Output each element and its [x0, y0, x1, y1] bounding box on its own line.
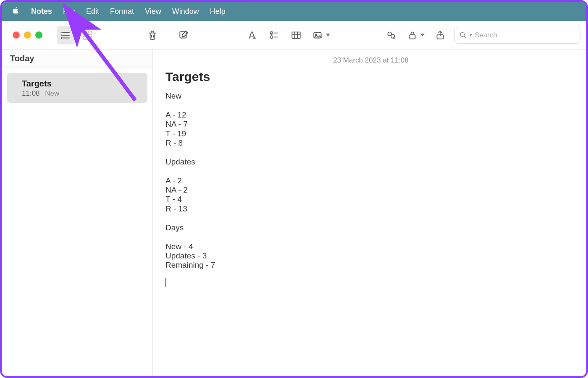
- svg-text:a: a: [253, 35, 256, 39]
- search-input[interactable]: [475, 31, 576, 39]
- lock-button[interactable]: [404, 26, 428, 44]
- new-note-button[interactable]: [174, 26, 193, 44]
- list-view-button[interactable]: [57, 26, 75, 44]
- gallery-view-button[interactable]: [79, 26, 97, 44]
- toolbar: a ▾: [2, 21, 586, 50]
- menu-edit[interactable]: Edit: [86, 7, 99, 16]
- link-button[interactable]: [382, 26, 401, 44]
- table-button[interactable]: [287, 26, 305, 44]
- media-button[interactable]: [309, 26, 334, 44]
- svg-point-5: [61, 37, 62, 38]
- toolbar-divider: [153, 21, 153, 49]
- search-icon: [459, 31, 467, 40]
- svg-rect-30: [410, 34, 415, 39]
- search-field[interactable]: ▾: [454, 27, 580, 44]
- svg-line-33: [464, 36, 466, 38]
- svg-point-32: [460, 32, 465, 36]
- svg-point-17: [270, 36, 273, 39]
- sidebar-section-heading: Today: [2, 50, 152, 68]
- chevron-down-icon: ▾: [470, 32, 472, 38]
- svg-rect-19: [292, 32, 300, 38]
- note-body[interactable]: New A - 12 NA - 7 T - 19 R - 8 Updates A…: [165, 91, 576, 270]
- format-text-button[interactable]: a: [243, 26, 262, 44]
- window-maximize-icon[interactable]: [35, 31, 42, 39]
- svg-rect-7: [89, 31, 92, 34]
- svg-point-3: [61, 32, 62, 32]
- text-cursor-icon: [165, 278, 166, 287]
- svg-rect-9: [89, 36, 92, 39]
- window-close-icon[interactable]: [13, 31, 20, 39]
- menu-app[interactable]: Notes: [31, 7, 52, 16]
- svg-rect-8: [84, 36, 87, 39]
- note-editor[interactable]: 23 March 2023 at 11:08 Targets New A - 1…: [153, 50, 586, 376]
- note-timestamp: 23 March 2023 at 11:08: [165, 56, 576, 65]
- menu-format[interactable]: Format: [110, 7, 134, 16]
- notes-window: a ▾: [2, 21, 586, 376]
- menu-file[interactable]: File: [63, 7, 75, 16]
- checklist-button[interactable]: [265, 26, 284, 44]
- note-title[interactable]: Targets: [165, 70, 576, 84]
- note-list-item[interactable]: Targets 11:08 New: [7, 73, 147, 103]
- note-item-title: Targets: [22, 79, 140, 89]
- notes-sidebar: Today Targets 11:08 New: [2, 50, 153, 376]
- window-minimize-icon[interactable]: [24, 31, 31, 39]
- menu-view[interactable]: View: [145, 7, 161, 16]
- menu-help[interactable]: Help: [210, 7, 226, 16]
- note-item-preview: New: [45, 89, 59, 97]
- window-traffic-lights[interactable]: [13, 31, 42, 39]
- macos-menubar: Notes File Edit Format View Window Help: [2, 2, 586, 21]
- delete-button[interactable]: [143, 26, 162, 44]
- menu-window[interactable]: Window: [172, 7, 199, 16]
- apple-logo-icon[interactable]: [11, 6, 20, 17]
- share-button[interactable]: [431, 26, 449, 44]
- note-item-time: 11:08: [22, 89, 40, 97]
- svg-rect-6: [84, 31, 87, 34]
- svg-point-4: [61, 35, 62, 35]
